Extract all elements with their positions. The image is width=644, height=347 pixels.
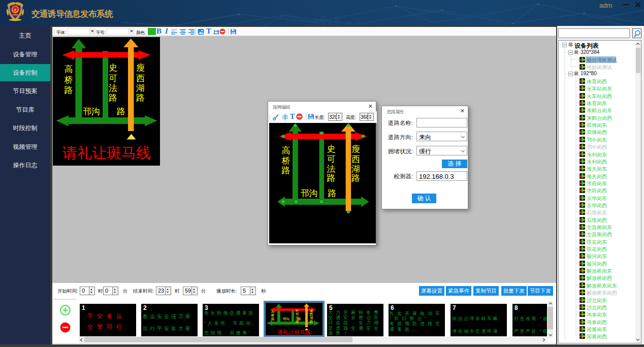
svg-text:高: 高	[282, 146, 291, 155]
svg-text:路: 路	[109, 93, 117, 103]
svg-text:西: 西	[309, 312, 313, 316]
svg-text:高: 高	[271, 310, 275, 313]
svg-text:路: 路	[351, 173, 360, 183]
svg-text:史: 史	[109, 63, 117, 73]
svg-text:请礼让斑马线: 请礼让斑马线	[62, 145, 151, 161]
svg-text:路: 路	[282, 166, 291, 175]
svg-text:路: 路	[298, 317, 301, 321]
svg-text:西: 西	[351, 154, 360, 164]
svg-text:路: 路	[271, 317, 275, 321]
svg-text:史: 史	[327, 144, 336, 154]
svg-text:瘦: 瘦	[136, 63, 145, 73]
svg-text:邗沟: 邗沟	[301, 188, 318, 198]
svg-text:路: 路	[310, 320, 313, 324]
svg-text:瘦: 瘦	[351, 144, 360, 154]
svg-text:路: 路	[327, 173, 336, 183]
svg-text:路: 路	[65, 85, 73, 95]
svg-text:可: 可	[109, 74, 117, 83]
svg-text:湖: 湖	[351, 164, 360, 174]
svg-text:邗沟: 邗沟	[283, 317, 289, 321]
svg-text:湖: 湖	[310, 316, 313, 320]
svg-text:请礼让斑马线: 请礼让斑马线	[277, 329, 311, 335]
svg-text:可: 可	[296, 312, 299, 316]
svg-text:西: 西	[136, 74, 145, 83]
svg-text:路: 路	[117, 107, 125, 116]
svg-text:法: 法	[109, 83, 117, 93]
svg-text:法: 法	[327, 164, 336, 174]
svg-text:邗沟: 邗沟	[83, 107, 100, 116]
svg-text:桥: 桥	[271, 313, 275, 317]
svg-text:路: 路	[328, 188, 337, 198]
svg-text:路: 路	[136, 93, 145, 103]
svg-text:桥: 桥	[282, 156, 291, 166]
svg-text:桥: 桥	[65, 75, 73, 85]
svg-text:高: 高	[65, 65, 73, 74]
svg-text:湖: 湖	[136, 83, 145, 93]
svg-text:可: 可	[327, 154, 336, 164]
